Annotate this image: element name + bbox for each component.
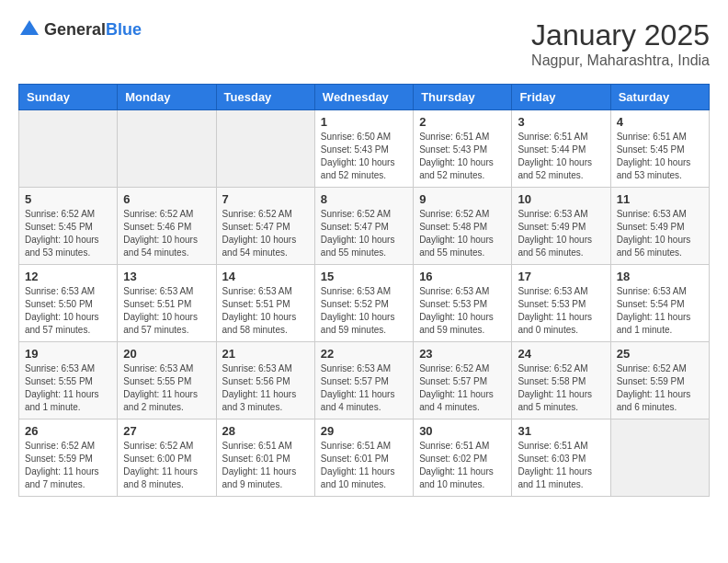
logo-text-general: General [44, 20, 106, 39]
day-number: 29 [321, 424, 407, 438]
day-info: Sunrise: 6:52 AM Sunset: 5:47 PM Dayligh… [222, 208, 309, 259]
page-header: GeneralBlue January 2025 Nagpur, Maharas… [18, 18, 710, 69]
calendar-cell: 22Sunrise: 6:53 AM Sunset: 5:57 PM Dayli… [314, 342, 413, 419]
calendar-cell: 10Sunrise: 6:53 AM Sunset: 5:49 PM Dayli… [512, 188, 610, 265]
day-number: 7 [222, 192, 309, 206]
day-info: Sunrise: 6:52 AM Sunset: 5:46 PM Dayligh… [123, 208, 210, 259]
day-number: 12 [25, 270, 111, 283]
day-number: 15 [321, 270, 407, 283]
calendar-cell [118, 110, 216, 188]
weekday-header-tuesday: Tuesday [216, 85, 314, 110]
day-number: 13 [123, 270, 210, 283]
calendar-cell: 26Sunrise: 6:52 AM Sunset: 5:59 PM Dayli… [19, 419, 118, 497]
svg-marker-0 [20, 20, 39, 35]
day-info: Sunrise: 6:53 AM Sunset: 5:51 PM Dayligh… [222, 285, 309, 337]
day-info: Sunrise: 6:53 AM Sunset: 5:49 PM Dayligh… [518, 208, 604, 259]
calendar-cell: 20Sunrise: 6:53 AM Sunset: 5:55 PM Dayli… [118, 342, 216, 419]
day-number: 19 [25, 347, 111, 361]
day-number: 10 [518, 192, 604, 206]
day-number: 22 [321, 347, 407, 361]
calendar-cell: 7Sunrise: 6:52 AM Sunset: 5:47 PM Daylig… [216, 188, 314, 265]
day-info: Sunrise: 6:52 AM Sunset: 5:47 PM Dayligh… [321, 208, 407, 259]
day-info: Sunrise: 6:51 AM Sunset: 5:43 PM Dayligh… [419, 131, 506, 182]
calendar-cell: 16Sunrise: 6:53 AM Sunset: 5:53 PM Dayli… [414, 265, 512, 342]
calendar-cell: 3Sunrise: 6:51 AM Sunset: 5:44 PM Daylig… [512, 110, 610, 188]
day-info: Sunrise: 6:51 AM Sunset: 6:01 PM Dayligh… [321, 440, 407, 491]
calendar-cell [19, 110, 118, 188]
day-number: 20 [123, 347, 210, 361]
calendar-cell: 18Sunrise: 6:53 AM Sunset: 5:54 PM Dayli… [610, 265, 709, 342]
day-info: Sunrise: 6:52 AM Sunset: 5:48 PM Dayligh… [419, 208, 506, 259]
logo-text-blue: Blue [106, 20, 142, 39]
title-block: January 2025 Nagpur, Maharashtra, India [531, 18, 710, 69]
day-info: Sunrise: 6:53 AM Sunset: 5:51 PM Dayligh… [123, 285, 210, 337]
day-number: 21 [222, 347, 309, 361]
day-number: 3 [518, 115, 604, 129]
calendar-cell [216, 110, 314, 188]
weekday-header-row: SundayMondayTuesdayWednesdayThursdayFrid… [19, 85, 710, 110]
day-number: 31 [518, 424, 604, 438]
day-info: Sunrise: 6:51 AM Sunset: 6:03 PM Dayligh… [518, 440, 604, 491]
calendar-cell: 13Sunrise: 6:53 AM Sunset: 5:51 PM Dayli… [118, 265, 216, 342]
weekday-header-saturday: Saturday [610, 85, 709, 110]
day-info: Sunrise: 6:53 AM Sunset: 5:55 PM Dayligh… [123, 362, 210, 414]
day-info: Sunrise: 6:51 AM Sunset: 5:44 PM Dayligh… [518, 131, 604, 182]
day-info: Sunrise: 6:52 AM Sunset: 5:59 PM Dayligh… [617, 362, 703, 414]
calendar-week-4: 19Sunrise: 6:53 AM Sunset: 5:55 PM Dayli… [19, 342, 710, 419]
day-number: 23 [419, 347, 506, 361]
day-info: Sunrise: 6:53 AM Sunset: 5:56 PM Dayligh… [222, 362, 309, 414]
calendar-week-5: 26Sunrise: 6:52 AM Sunset: 5:59 PM Dayli… [19, 419, 710, 497]
calendar-cell: 21Sunrise: 6:53 AM Sunset: 5:56 PM Dayli… [216, 342, 314, 419]
day-info: Sunrise: 6:53 AM Sunset: 5:52 PM Dayligh… [321, 285, 407, 337]
calendar-week-1: 1Sunrise: 6:50 AM Sunset: 5:43 PM Daylig… [19, 110, 710, 188]
day-number: 16 [419, 270, 506, 283]
calendar-cell: 14Sunrise: 6:53 AM Sunset: 5:51 PM Dayli… [216, 265, 314, 342]
day-number: 17 [518, 270, 604, 283]
calendar-cell: 8Sunrise: 6:52 AM Sunset: 5:47 PM Daylig… [314, 188, 413, 265]
day-number: 27 [123, 424, 210, 438]
day-number: 2 [419, 115, 506, 129]
calendar-cell: 12Sunrise: 6:53 AM Sunset: 5:50 PM Dayli… [19, 265, 118, 342]
day-info: Sunrise: 6:53 AM Sunset: 5:53 PM Dayligh… [419, 285, 506, 337]
calendar-week-2: 5Sunrise: 6:52 AM Sunset: 5:45 PM Daylig… [19, 188, 710, 265]
day-number: 30 [419, 424, 506, 438]
day-info: Sunrise: 6:51 AM Sunset: 6:01 PM Dayligh… [222, 440, 309, 491]
calendar-week-3: 12Sunrise: 6:53 AM Sunset: 5:50 PM Dayli… [19, 265, 710, 342]
calendar-cell: 19Sunrise: 6:53 AM Sunset: 5:55 PM Dayli… [19, 342, 118, 419]
calendar-cell: 24Sunrise: 6:52 AM Sunset: 5:58 PM Dayli… [512, 342, 610, 419]
month-year-title: January 2025 [531, 18, 710, 52]
day-number: 5 [25, 192, 111, 206]
day-info: Sunrise: 6:53 AM Sunset: 5:54 PM Dayligh… [617, 285, 703, 337]
weekday-header-sunday: Sunday [19, 85, 118, 110]
day-number: 6 [123, 192, 210, 206]
calendar-cell: 28Sunrise: 6:51 AM Sunset: 6:01 PM Dayli… [216, 419, 314, 497]
day-number: 24 [518, 347, 604, 361]
calendar-cell: 30Sunrise: 6:51 AM Sunset: 6:02 PM Dayli… [414, 419, 512, 497]
day-info: Sunrise: 6:52 AM Sunset: 5:59 PM Dayligh… [25, 440, 111, 491]
weekday-header-monday: Monday [118, 85, 216, 110]
day-number: 11 [617, 192, 703, 206]
weekday-header-friday: Friday [512, 85, 610, 110]
day-number: 8 [321, 192, 407, 206]
weekday-header-wednesday: Wednesday [314, 85, 413, 110]
calendar-cell: 5Sunrise: 6:52 AM Sunset: 5:45 PM Daylig… [19, 188, 118, 265]
calendar-cell: 2Sunrise: 6:51 AM Sunset: 5:43 PM Daylig… [414, 110, 512, 188]
day-info: Sunrise: 6:50 AM Sunset: 5:43 PM Dayligh… [321, 131, 407, 182]
calendar-cell: 15Sunrise: 6:53 AM Sunset: 5:52 PM Dayli… [314, 265, 413, 342]
calendar-cell: 17Sunrise: 6:53 AM Sunset: 5:53 PM Dayli… [512, 265, 610, 342]
day-info: Sunrise: 6:52 AM Sunset: 6:00 PM Dayligh… [123, 440, 210, 491]
weekday-header-thursday: Thursday [414, 85, 512, 110]
calendar-cell: 25Sunrise: 6:52 AM Sunset: 5:59 PM Dayli… [610, 342, 709, 419]
day-number: 26 [25, 424, 111, 438]
calendar-cell: 11Sunrise: 6:53 AM Sunset: 5:49 PM Dayli… [610, 188, 709, 265]
day-info: Sunrise: 6:53 AM Sunset: 5:53 PM Dayligh… [518, 285, 604, 337]
calendar-cell: 4Sunrise: 6:51 AM Sunset: 5:45 PM Daylig… [610, 110, 709, 188]
calendar-cell: 31Sunrise: 6:51 AM Sunset: 6:03 PM Dayli… [512, 419, 610, 497]
logo-icon [18, 18, 40, 40]
day-info: Sunrise: 6:53 AM Sunset: 5:50 PM Dayligh… [25, 285, 111, 337]
calendar-cell: 27Sunrise: 6:52 AM Sunset: 6:00 PM Dayli… [118, 419, 216, 497]
day-number: 9 [419, 192, 506, 206]
calendar-cell: 9Sunrise: 6:52 AM Sunset: 5:48 PM Daylig… [414, 188, 512, 265]
day-info: Sunrise: 6:52 AM Sunset: 5:58 PM Dayligh… [518, 362, 604, 414]
day-number: 28 [222, 424, 309, 438]
